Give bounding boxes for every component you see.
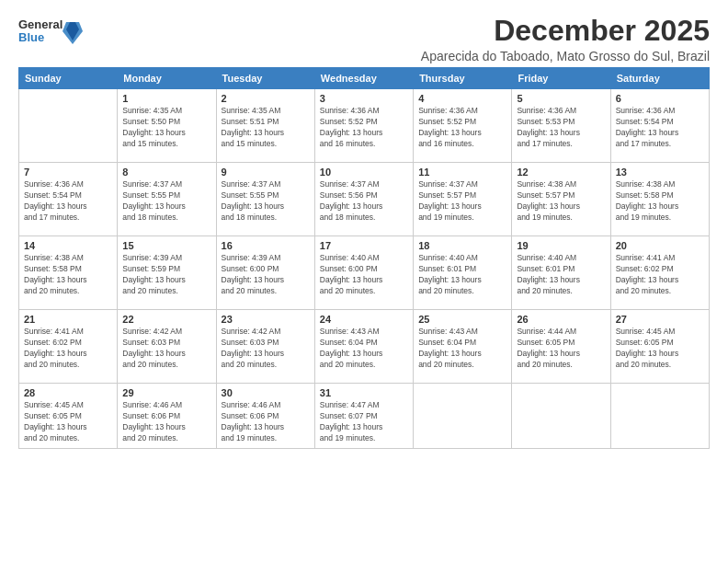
day-number: 6 [616,93,704,104]
day-number: 10 [320,167,408,178]
day-info: Sunrise: 4:36 AM Sunset: 5:53 PM Dayligh… [517,106,605,150]
day-number: 15 [122,240,210,251]
day-info: Sunrise: 4:40 AM Sunset: 6:01 PM Dayligh… [418,253,506,297]
month-title: December 2025 [421,15,710,47]
day-info: Sunrise: 4:35 AM Sunset: 5:50 PM Dayligh… [122,106,210,150]
table-row: 11Sunrise: 4:37 AM Sunset: 5:57 PM Dayli… [414,163,512,236]
calendar-table: Sunday Monday Tuesday Wednesday Thursday… [18,67,710,449]
table-row [414,384,512,449]
table-row: 14Sunrise: 4:38 AM Sunset: 5:58 PM Dayli… [19,236,118,310]
day-number: 16 [222,240,310,251]
day-info: Sunrise: 4:40 AM Sunset: 6:01 PM Dayligh… [517,253,605,297]
day-number: 19 [517,240,605,251]
day-number: 8 [122,167,210,178]
col-monday: Monday [118,68,216,89]
table-row: 3Sunrise: 4:36 AM Sunset: 5:52 PM Daylig… [314,89,413,163]
table-row: 9Sunrise: 4:37 AM Sunset: 5:55 PM Daylig… [216,163,314,236]
table-row [19,89,118,163]
day-number: 30 [222,387,310,398]
day-info: Sunrise: 4:42 AM Sunset: 6:03 PM Dayligh… [122,327,210,371]
calendar-row: 14Sunrise: 4:38 AM Sunset: 5:58 PM Dayli… [19,236,710,310]
table-row: 19Sunrise: 4:40 AM Sunset: 6:01 PM Dayli… [512,236,610,310]
day-number: 18 [418,240,506,251]
table-row: 2Sunrise: 4:35 AM Sunset: 5:51 PM Daylig… [216,89,314,163]
col-wednesday: Wednesday [314,68,413,89]
day-info: Sunrise: 4:36 AM Sunset: 5:52 PM Dayligh… [320,106,408,150]
day-number: 29 [122,387,210,398]
day-info: Sunrise: 4:39 AM Sunset: 5:59 PM Dayligh… [122,253,210,297]
col-sunday: Sunday [19,68,118,89]
table-row: 25Sunrise: 4:43 AM Sunset: 6:04 PM Dayli… [414,310,512,384]
day-info: Sunrise: 4:37 AM Sunset: 5:55 PM Dayligh… [222,179,310,224]
day-info: Sunrise: 4:37 AM Sunset: 5:55 PM Dayligh… [122,179,210,224]
day-number: 31 [320,387,408,398]
day-info: Sunrise: 4:41 AM Sunset: 6:02 PM Dayligh… [616,253,704,297]
calendar-row: 21Sunrise: 4:41 AM Sunset: 6:02 PM Dayli… [19,310,710,384]
day-info: Sunrise: 4:36 AM Sunset: 5:52 PM Dayligh… [418,106,506,150]
day-info: Sunrise: 4:38 AM Sunset: 5:58 PM Dayligh… [24,253,112,297]
day-number: 11 [418,167,506,178]
day-number: 1 [122,93,210,104]
day-info: Sunrise: 4:40 AM Sunset: 6:00 PM Dayligh… [320,253,408,297]
day-info: Sunrise: 4:36 AM Sunset: 5:54 PM Dayligh… [24,179,112,224]
day-info: Sunrise: 4:37 AM Sunset: 5:56 PM Dayligh… [320,179,408,224]
table-row: 10Sunrise: 4:37 AM Sunset: 5:56 PM Dayli… [314,163,413,236]
calendar-row: 28Sunrise: 4:45 AM Sunset: 6:05 PM Dayli… [19,384,710,449]
table-row: 26Sunrise: 4:44 AM Sunset: 6:05 PM Dayli… [512,310,610,384]
table-row: 23Sunrise: 4:42 AM Sunset: 6:03 PM Dayli… [216,310,314,384]
table-row: 13Sunrise: 4:38 AM Sunset: 5:58 PM Dayli… [610,163,709,236]
calendar-row: 7Sunrise: 4:36 AM Sunset: 5:54 PM Daylig… [19,163,710,236]
table-row: 12Sunrise: 4:38 AM Sunset: 5:57 PM Dayli… [512,163,610,236]
day-info: Sunrise: 4:43 AM Sunset: 6:04 PM Dayligh… [320,327,408,371]
day-info: Sunrise: 4:39 AM Sunset: 6:00 PM Dayligh… [222,253,310,297]
day-number: 12 [517,167,605,178]
calendar-page: General Blue December 2025 Aparecida do … [0,0,728,563]
col-saturday: Saturday [610,68,709,89]
day-number: 2 [222,93,310,104]
table-row: 6Sunrise: 4:36 AM Sunset: 5:54 PM Daylig… [610,89,709,163]
day-info: Sunrise: 4:45 AM Sunset: 6:05 PM Dayligh… [24,400,112,444]
table-row: 21Sunrise: 4:41 AM Sunset: 6:02 PM Dayli… [19,310,118,384]
day-info: Sunrise: 4:43 AM Sunset: 6:04 PM Dayligh… [418,327,506,371]
col-thursday: Thursday [414,68,512,89]
day-number: 14 [24,240,112,251]
day-number: 3 [320,93,408,104]
day-number: 4 [418,93,506,104]
day-info: Sunrise: 4:47 AM Sunset: 6:07 PM Dayligh… [320,400,408,444]
logo-icon [63,18,83,44]
day-number: 9 [222,167,310,178]
day-info: Sunrise: 4:35 AM Sunset: 5:51 PM Dayligh… [222,106,310,150]
day-number: 22 [122,314,210,325]
day-number: 21 [24,314,112,325]
day-number: 24 [320,314,408,325]
table-row: 4Sunrise: 4:36 AM Sunset: 5:52 PM Daylig… [414,89,512,163]
table-row: 24Sunrise: 4:43 AM Sunset: 6:04 PM Dayli… [314,310,413,384]
table-row: 31Sunrise: 4:47 AM Sunset: 6:07 PM Dayli… [314,384,413,449]
table-row: 17Sunrise: 4:40 AM Sunset: 6:00 PM Dayli… [314,236,413,310]
table-row: 7Sunrise: 4:36 AM Sunset: 5:54 PM Daylig… [19,163,118,236]
day-number: 17 [320,240,408,251]
header-row: Sunday Monday Tuesday Wednesday Thursday… [19,68,710,89]
day-info: Sunrise: 4:44 AM Sunset: 6:05 PM Dayligh… [517,327,605,371]
location-title: Aparecida do Taboado, Mato Grosso do Sul… [421,49,710,63]
day-number: 13 [616,167,704,178]
day-number: 20 [616,240,704,251]
calendar-row: 1Sunrise: 4:35 AM Sunset: 5:50 PM Daylig… [19,89,710,163]
logo-blue-text: Blue [18,31,63,44]
table-row: 18Sunrise: 4:40 AM Sunset: 6:01 PM Dayli… [414,236,512,310]
col-tuesday: Tuesday [216,68,314,89]
title-block: December 2025 Aparecida do Taboado, Mato… [421,15,710,63]
table-row: 16Sunrise: 4:39 AM Sunset: 6:00 PM Dayli… [216,236,314,310]
day-info: Sunrise: 4:41 AM Sunset: 6:02 PM Dayligh… [24,327,112,371]
day-info: Sunrise: 4:42 AM Sunset: 6:03 PM Dayligh… [222,327,310,371]
day-info: Sunrise: 4:38 AM Sunset: 5:57 PM Dayligh… [517,179,605,224]
day-number: 27 [616,314,704,325]
col-friday: Friday [512,68,610,89]
day-info: Sunrise: 4:46 AM Sunset: 6:06 PM Dayligh… [222,400,310,444]
table-row: 1Sunrise: 4:35 AM Sunset: 5:50 PM Daylig… [118,89,216,163]
day-number: 25 [418,314,506,325]
day-info: Sunrise: 4:37 AM Sunset: 5:57 PM Dayligh… [418,179,506,224]
table-row [512,384,610,449]
table-row: 8Sunrise: 4:37 AM Sunset: 5:55 PM Daylig… [118,163,216,236]
table-row [610,384,709,449]
